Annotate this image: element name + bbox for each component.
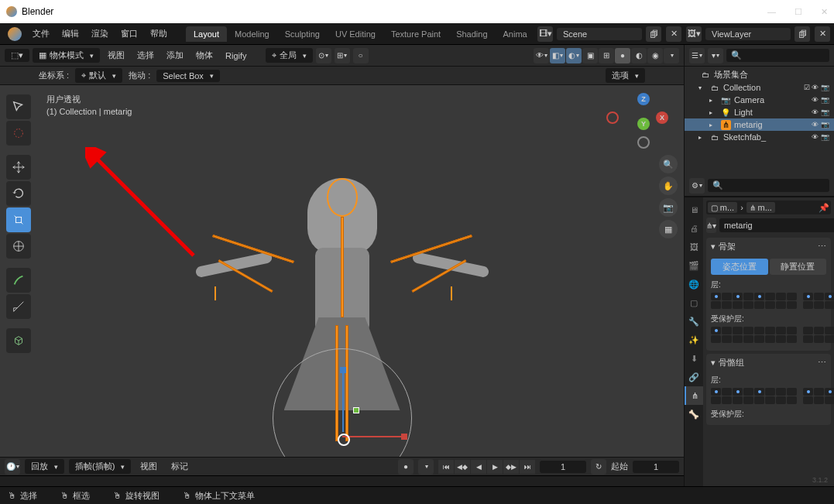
wireframe-button[interactable]: ⊞	[599, 48, 614, 63]
tool-measure[interactable]	[6, 294, 31, 319]
current-frame[interactable]: 1	[540, 461, 586, 473]
outliner-display-button[interactable]: ▾	[708, 48, 723, 63]
axis-y[interactable]: Y	[637, 118, 650, 130]
tab-output[interactable]: 🖨	[685, 219, 703, 238]
tab-modifiers[interactable]: 🔧	[685, 312, 703, 331]
nav-gizmo[interactable]: Z X Y	[619, 93, 668, 142]
tab-texture[interactable]: Texture Paint	[383, 26, 448, 42]
armature-layers[interactable]	[711, 293, 826, 309]
autokey-options[interactable]	[418, 459, 434, 475]
drag-selector[interactable]: Select Box▾	[156, 70, 220, 82]
menu-render[interactable]: 渲染	[85, 28, 115, 39]
matprev-button[interactable]: ◐	[631, 48, 647, 63]
timeline-marker[interactable]: 标记	[166, 461, 193, 472]
scene-browse-button[interactable]: 🎞▾	[537, 26, 553, 42]
tab-sculpting[interactable]: Sculpting	[277, 26, 328, 42]
solid-button[interactable]: ●	[615, 48, 630, 63]
menu-object[interactable]: 物体	[191, 50, 218, 61]
overlay-button[interactable]: ◐	[566, 48, 582, 63]
start-frame[interactable]: 1	[633, 461, 679, 473]
mode-selector[interactable]: ▦物体模式▾	[33, 48, 100, 63]
play[interactable]: ▶	[487, 460, 503, 474]
xray-button[interactable]: ▣	[582, 48, 598, 63]
properties-search[interactable]: 🔍	[708, 179, 829, 192]
scene-new-button[interactable]: 🗐	[646, 26, 661, 42]
viewlayer-new-button[interactable]: 🗐	[795, 26, 810, 42]
axis-z[interactable]: Z	[637, 93, 650, 105]
options-button[interactable]: 选项▾	[606, 68, 645, 83]
tab-world[interactable]: 🌐	[685, 275, 703, 293]
blender-icon[interactable]	[8, 27, 22, 41]
outliner-light[interactable]: ▸💡Light 👁 📷	[685, 106, 834, 118]
tool-cursor[interactable]	[6, 121, 31, 146]
perspective-button[interactable]: ▦	[659, 220, 678, 238]
tab-viewlayer[interactable]: 🖼	[685, 238, 703, 256]
timeline-editor-button[interactable]: 🕐	[5, 459, 20, 475]
protected-layers[interactable]	[711, 327, 826, 343]
playback-menu[interactable]: 回放▾	[25, 459, 64, 474]
panel-bone-groups-header[interactable]: ▾ 骨骼组⋯	[706, 354, 831, 372]
orientation-selector[interactable]: ⌖ 全局▾	[266, 48, 313, 63]
scene-delete-button[interactable]: ✕	[666, 26, 681, 42]
zoom-button[interactable]: 🔍	[659, 155, 678, 173]
pan-button[interactable]: ✋	[659, 177, 678, 195]
axis-neg-x[interactable]	[606, 111, 619, 124]
tab-modeling[interactable]: Modeling	[227, 26, 277, 42]
timeline-track[interactable]	[0, 475, 684, 486]
outliner-camera[interactable]: ▸📷Camera 👁 📷	[685, 94, 834, 106]
tool-move[interactable]	[6, 155, 31, 180]
proportional-button[interactable]: ○	[353, 48, 369, 63]
menu-view[interactable]: 视图	[103, 50, 129, 61]
tab-render[interactable]: 🖥	[685, 201, 703, 219]
tab-bone[interactable]: 🦴	[685, 405, 703, 423]
keying-menu[interactable]: 插帧(插帧)▾	[69, 459, 131, 474]
tool-add-cube[interactable]	[6, 328, 31, 353]
tool-annotate[interactable]	[6, 268, 31, 293]
timeline-view[interactable]: 视图	[136, 461, 162, 472]
keyframe-next[interactable]: ◆▶	[503, 460, 519, 474]
snap-button[interactable]: ⊞	[335, 48, 350, 63]
armature-icon[interactable]: ⋔▾	[706, 218, 716, 233]
axis-neg-z[interactable]	[637, 136, 650, 149]
gizmo-toggle-button[interactable]: ◧	[550, 48, 565, 63]
outliner-editor-button[interactable]: ☰	[689, 48, 705, 63]
tab-physics[interactable]: ⬇	[685, 349, 703, 368]
outliner-collection[interactable]: ▾🗀Collection ☑ 👁 📷	[685, 81, 834, 94]
panel-armature-header[interactable]: ▾ 骨架⋯	[706, 238, 831, 255]
tab-armature[interactable]: ⋔	[685, 386, 703, 405]
tab-uv[interactable]: UV Editing	[328, 26, 383, 42]
pivot-button[interactable]: ⊙	[316, 48, 331, 63]
close-button[interactable]: ✕	[821, 7, 828, 17]
rendered-button[interactable]: ◉	[647, 48, 663, 63]
rest-position-button[interactable]: 静置位置	[770, 259, 827, 275]
tool-rotate[interactable]	[6, 181, 31, 206]
jump-start[interactable]: ⏮	[438, 460, 454, 474]
tab-shading[interactable]: Shading	[448, 26, 495, 42]
jump-end[interactable]: ⏭	[520, 460, 535, 474]
bone-group-layers[interactable]	[711, 388, 826, 404]
outliner-sketchfab[interactable]: ▸🗀Sketchfab_ 👁 📷	[685, 131, 834, 143]
visibility-button[interactable]: 👁	[534, 48, 549, 63]
menu-add[interactable]: 添加	[162, 50, 188, 61]
bc-data[interactable]: ⋔ m...	[746, 202, 775, 213]
tab-constraints[interactable]: 🔗	[685, 368, 703, 386]
tab-object[interactable]: ▢	[685, 293, 703, 312]
menu-select[interactable]: 选择	[132, 50, 159, 61]
tool-scale[interactable]	[6, 207, 31, 232]
camera-button[interactable]: 📷	[659, 198, 678, 217]
keyframe-prev[interactable]: ◀◆	[455, 460, 470, 474]
scene-name[interactable]: Scene	[557, 28, 642, 40]
coord-selector[interactable]: ⌖ 默认▾	[75, 68, 122, 83]
tab-particles[interactable]: ✨	[685, 331, 703, 349]
outliner-metarig[interactable]: ▸⋔metarig 👁 📷	[685, 118, 834, 131]
maximize-button[interactable]: ☐	[795, 7, 802, 17]
shading-options-button[interactable]	[664, 48, 679, 63]
tab-layout[interactable]: Layout	[186, 26, 227, 42]
viewlayer-name[interactable]: ViewLayer	[705, 28, 791, 40]
tab-scene[interactable]: 🎬	[685, 256, 703, 275]
menu-help[interactable]: 帮助	[144, 28, 173, 39]
viewlayer-browse-button[interactable]: 🖼▾	[686, 26, 702, 42]
menu-rigify[interactable]: Rigify	[221, 51, 252, 60]
bc-object[interactable]: ▢ m...	[708, 202, 737, 213]
pose-position-button[interactable]: 姿态位置	[711, 259, 768, 275]
